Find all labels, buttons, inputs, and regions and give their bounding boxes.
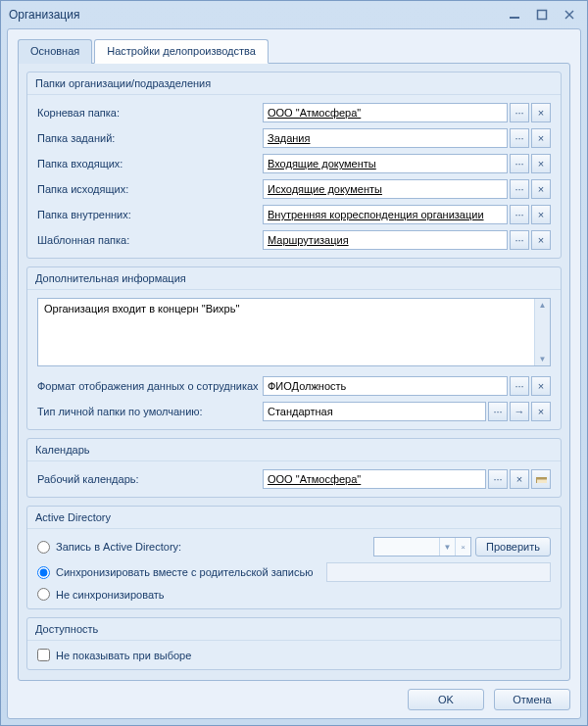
root-folder-label: Корневая папка: [37, 107, 263, 119]
template-folder-field[interactable]: Маршрутизация [263, 230, 508, 250]
ad-radio-none-label: Не синхронизировать [56, 589, 165, 601]
scroll-down-icon: ▼ [539, 355, 547, 363]
template-folder-browse-button[interactable]: ··· [510, 230, 529, 250]
titlebar: Организация [1, 1, 587, 28]
outgoing-folder-browse-button[interactable]: ··· [510, 179, 529, 199]
group-folders-title: Папки организации/подразделения [27, 73, 561, 95]
group-folders: Папки организации/подразделения Корневая… [26, 72, 562, 259]
minimize-button[interactable] [505, 7, 524, 23]
group-extra: Дополнительная информация Организация вх… [26, 266, 562, 430]
clear-icon: × [455, 538, 470, 556]
calendar-browse-button[interactable]: ··· [488, 469, 508, 489]
emp-format-clear-button[interactable]: × [531, 376, 551, 396]
svg-rect-5 [537, 478, 548, 480]
group-ad: Active Directory Запись в Active Directo… [26, 506, 562, 609]
emp-format-label: Формат отображения данных о сотрудниках [37, 380, 263, 392]
root-folder-browse-button[interactable]: ··· [510, 103, 529, 122]
extra-memo-text: Организация входит в концерн "Вихрь" [38, 299, 534, 365]
chevron-down-icon: ▼ [439, 538, 455, 556]
client-area: Основная Настройки делопроизводства Папк… [7, 28, 581, 719]
window-title: Организация [9, 8, 505, 22]
internal-folder-clear-button[interactable]: × [531, 205, 551, 224]
ad-check-button[interactable]: Проверить [475, 537, 551, 557]
dialog-window: Организация Основная Настройки делопроиз… [0, 0, 588, 726]
tasks-folder-field[interactable]: Задания [263, 128, 508, 148]
internal-folder-label: Папка внутренних: [37, 209, 263, 220]
ok-button[interactable]: OK [408, 689, 484, 710]
outgoing-folder-clear-button[interactable]: × [531, 179, 551, 199]
ad-record-combo[interactable]: ▼ × [373, 537, 471, 557]
hide-checkbox-label: Не показывать при выборе [56, 650, 191, 661]
calendar-label: Рабочий календарь: [37, 473, 263, 485]
titlebar-buttons [505, 7, 579, 23]
cancel-button[interactable]: Отмена [494, 689, 570, 710]
extra-memo-scrollbar[interactable]: ▲ ▼ [534, 299, 550, 365]
folder-type-clear-button[interactable]: × [531, 402, 551, 421]
tab-strip: Основная Настройки делопроизводства [18, 39, 570, 64]
close-button[interactable] [560, 7, 579, 23]
ad-radio-record[interactable] [37, 541, 50, 554]
tab-body: Папки организации/подразделения Корневая… [18, 63, 570, 681]
incoming-folder-field[interactable]: Входящие документы [263, 154, 508, 173]
tab-settings[interactable]: Настройки делопроизводства [94, 39, 269, 64]
svg-rect-0 [510, 17, 519, 19]
folder-type-field[interactable]: Стандартная [263, 402, 486, 421]
calendar-open-button[interactable] [531, 469, 551, 489]
calendar-field[interactable]: ООО "Атмосфера" [263, 469, 486, 489]
group-ad-title: Active Directory [27, 507, 561, 529]
group-availability: Доступность Не показывать при выборе [26, 617, 562, 670]
tasks-folder-browse-button[interactable]: ··· [510, 128, 529, 148]
emp-format-browse-button[interactable]: ··· [510, 376, 529, 396]
ad-sync-field [326, 562, 551, 582]
hide-checkbox[interactable] [37, 649, 50, 661]
root-folder-field[interactable]: ООО "Атмосфера" [263, 103, 508, 122]
tasks-folder-label: Папка заданий: [37, 132, 263, 144]
outgoing-folder-field[interactable]: Исходящие документы [263, 179, 508, 199]
calendar-clear-button[interactable]: × [510, 469, 529, 489]
calendar-icon [535, 475, 547, 483]
tab-main[interactable]: Основная [18, 39, 92, 64]
ad-radio-sync-label: Синхронизировать вместе с родительской з… [56, 566, 313, 578]
folder-type-browse-button[interactable]: ··· [488, 402, 508, 421]
tasks-folder-clear-button[interactable]: × [531, 128, 551, 148]
ad-radio-none[interactable] [37, 588, 50, 601]
ad-radio-sync[interactable] [37, 566, 50, 579]
maximize-button[interactable] [532, 7, 552, 23]
group-extra-title: Дополнительная информация [27, 267, 561, 290]
internal-folder-field[interactable]: Внутренняя корреспонденция организации [263, 205, 508, 224]
folder-type-label: Тип личной папки по умолчанию: [37, 406, 263, 417]
dialog-footer: OK Отмена [18, 681, 570, 710]
outgoing-folder-label: Папка исходящих: [37, 183, 263, 195]
incoming-folder-browse-button[interactable]: ··· [510, 154, 529, 173]
internal-folder-browse-button[interactable]: ··· [510, 205, 529, 224]
group-calendar-title: Календарь [27, 439, 561, 461]
folder-type-goto-button[interactable]: → [510, 402, 529, 421]
incoming-folder-clear-button[interactable]: × [531, 154, 551, 173]
extra-memo[interactable]: Организация входит в концерн "Вихрь" ▲ ▼ [37, 298, 551, 366]
svg-rect-1 [538, 11, 547, 20]
ad-radio-record-label: Запись в Active Directory: [56, 541, 181, 553]
group-calendar: Календарь Рабочий календарь: ООО "Атмосф… [26, 438, 562, 498]
emp-format-field[interactable]: ФИОДолжность [263, 376, 508, 396]
template-folder-label: Шаблонная папка: [37, 234, 263, 246]
group-availability-title: Доступность [27, 618, 561, 641]
root-folder-clear-button[interactable]: × [531, 103, 551, 122]
scroll-up-icon: ▲ [539, 301, 547, 310]
template-folder-clear-button[interactable]: × [531, 230, 551, 250]
incoming-folder-label: Папка входящих: [37, 158, 263, 169]
